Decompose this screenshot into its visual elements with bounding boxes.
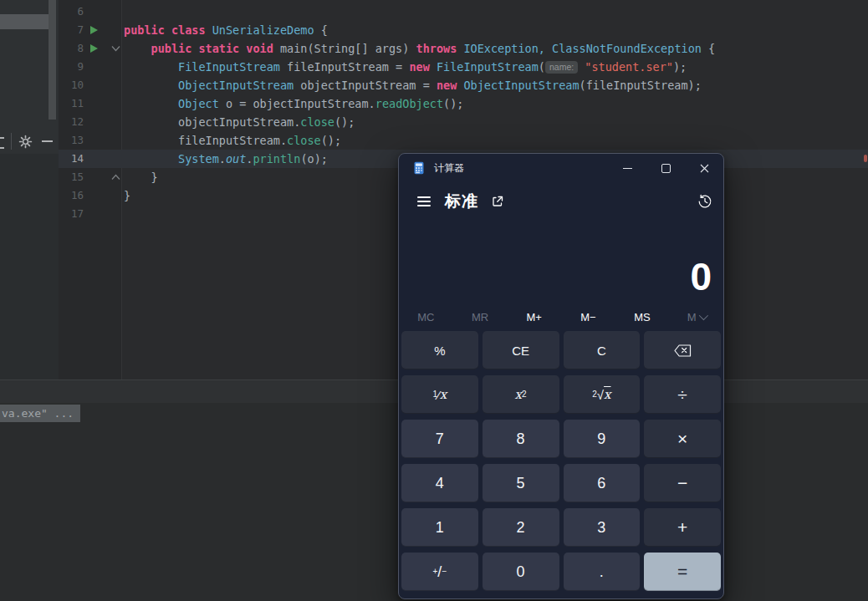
calc-key-square-root[interactable]: 2√x (564, 375, 641, 414)
console-output-text: va.exe" ... (0, 405, 80, 422)
error-stripe-mark[interactable] (864, 155, 867, 162)
maximize-button[interactable] (646, 154, 685, 182)
calc-key-equals[interactable]: = (644, 553, 721, 591)
code-line: ObjectInputStream objectInputStream = ne… (121, 76, 868, 94)
memory-key-M[interactable]: M (669, 307, 723, 327)
run-gutter-icon[interactable] (90, 26, 98, 34)
clipped-toolbar-icon[interactable] (0, 137, 4, 149)
code-line: public static void main(String[] args) t… (121, 39, 868, 58)
memory-key-MS[interactable]: MS (615, 307, 670, 327)
window-title: 计算器 (434, 161, 464, 176)
line-number: 13 (64, 131, 84, 150)
history-icon[interactable] (697, 193, 713, 210)
run-gutter-icon[interactable] (90, 44, 98, 53)
line-number: 11 (64, 94, 84, 113)
gutter-row: 6 (59, 3, 121, 21)
chevron-down-icon (698, 311, 707, 320)
memory-key-label: M+ (526, 311, 541, 323)
menu-icon[interactable] (417, 196, 431, 206)
calc-key-two[interactable]: 2 (483, 508, 559, 547)
memory-key-label: MS (634, 311, 651, 323)
line-number: 9 (64, 58, 84, 76)
calc-key-one[interactable]: 1 (401, 508, 478, 547)
settings-gear-icon[interactable] (18, 135, 33, 149)
panel-selected-item[interactable] (0, 14, 49, 29)
gutter-row: 13 (59, 131, 121, 150)
calc-key-nine[interactable]: 9 (564, 420, 641, 458)
panel-scrollbar[interactable] (49, 0, 56, 120)
calc-key-four[interactable]: 4 (401, 464, 478, 502)
line-number: 16 (64, 186, 84, 205)
calculator-keypad: %CEC1⁄xx22√x÷789×456−123++/−0.= (401, 331, 721, 591)
gutter-row: 11 (59, 94, 121, 113)
line-number: 6 (64, 3, 84, 21)
gutter-row: 9 (59, 58, 121, 76)
ide-screen: 67891011121314151617 public class UnSeri… (0, 0, 868, 601)
code-line (121, 3, 868, 21)
memory-key-label: MC (417, 311, 434, 323)
calc-key-add[interactable]: + (644, 508, 721, 547)
memory-key-label: M− (580, 311, 595, 323)
calculator-app-icon (412, 161, 426, 175)
gutter-row: 14 (59, 150, 121, 168)
hide-panel-icon[interactable] (42, 140, 53, 142)
calc-key-divide[interactable]: ÷ (644, 375, 721, 414)
memory-key-label: MR (472, 311, 488, 323)
fold-open-icon[interactable] (111, 45, 120, 52)
line-number: 14 (64, 150, 84, 168)
close-button[interactable] (685, 154, 723, 182)
gutter-row: 7 (59, 21, 121, 39)
close-icon (700, 164, 709, 173)
code-line: objectInputStream.close(); (121, 113, 868, 131)
memory-key-label: M (687, 311, 697, 323)
line-number: 8 (64, 39, 84, 58)
code-line: Object o = objectInputStream.readObject(… (121, 94, 868, 113)
calculator-display: 0 (407, 219, 712, 296)
editor-gutter: 67891011121314151617 (59, 3, 121, 223)
calc-key-six[interactable]: 6 (564, 464, 641, 502)
calculator-window: 计算器 标准 (398, 153, 724, 599)
minimize-button[interactable] (608, 154, 646, 182)
backspace-icon (674, 344, 692, 357)
calc-key-backspace[interactable] (644, 331, 721, 369)
gutter-row: 15 (59, 168, 121, 186)
keep-on-top-icon[interactable] (491, 195, 504, 208)
memory-key-MR[interactable]: MR (453, 307, 508, 327)
gutter-row: 16 (59, 186, 121, 205)
left-tool-panel (0, 0, 59, 379)
memory-key-Mplus[interactable]: M+ (507, 307, 561, 327)
calc-key-square[interactable]: x2 (483, 375, 559, 414)
memory-row: MCMRM+M−MSM (399, 307, 723, 327)
calc-key-eight[interactable]: 8 (483, 420, 559, 458)
calc-key-zero[interactable]: 0 (483, 553, 559, 591)
fold-close-icon[interactable] (111, 174, 120, 181)
calc-key-seven[interactable]: 7 (401, 420, 478, 458)
line-number: 7 (64, 21, 84, 39)
line-number: 10 (64, 76, 84, 94)
memory-key-Mminus[interactable]: M− (561, 307, 615, 327)
calc-key-subtract[interactable]: − (644, 464, 721, 502)
gutter-row: 8 (59, 39, 121, 58)
panel-toolbar (0, 130, 59, 154)
code-line: public class UnSerializeDemo { (121, 21, 868, 39)
calc-key-reciprocal[interactable]: 1⁄x (401, 375, 478, 414)
calc-key-clear[interactable]: C (564, 331, 641, 369)
line-number: 17 (64, 205, 84, 223)
gutter-row: 10 (59, 76, 121, 94)
maximize-icon (661, 164, 671, 173)
parameter-hint: name: (545, 61, 578, 74)
calc-key-percent[interactable]: % (401, 331, 478, 369)
toolbar-separator (11, 133, 12, 150)
calc-key-clear-entry[interactable]: CE (483, 331, 559, 369)
code-line: FileInputStream fileInputStream = new Fi… (121, 58, 868, 76)
calc-key-five[interactable]: 5 (483, 464, 559, 502)
calc-key-three[interactable]: 3 (564, 508, 641, 547)
mode-label: 标准 (445, 191, 478, 212)
calculator-titlebar[interactable]: 计算器 (399, 154, 723, 182)
calc-key-decimal[interactable]: . (564, 553, 641, 591)
calc-key-multiply[interactable]: × (644, 420, 721, 458)
calculator-navrow: 标准 (409, 187, 713, 216)
panel-content (0, 154, 59, 379)
memory-key-MC[interactable]: MC (399, 307, 453, 327)
calc-key-negate[interactable]: +/− (401, 553, 478, 591)
